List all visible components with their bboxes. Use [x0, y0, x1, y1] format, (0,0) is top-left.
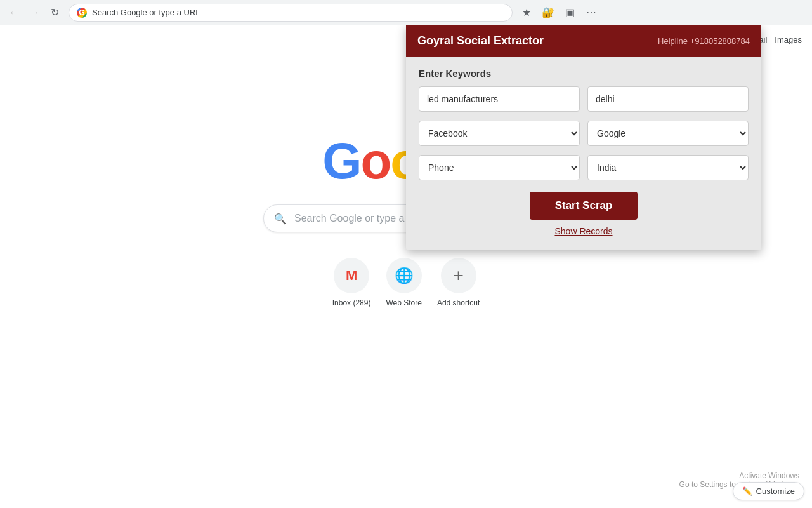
- toolbar-right: ★ 🔐 ▣ ⋯: [518, 4, 600, 22]
- button-row: Start Scrap Show Records: [419, 192, 749, 236]
- favicon-icon: G: [77, 8, 87, 18]
- keyword-input[interactable]: [419, 86, 580, 112]
- nav-buttons: ← → ↻: [5, 4, 63, 22]
- start-scrap-button[interactable]: Start Scrap: [530, 192, 638, 220]
- contact-country-row: Phone Email Both India USA UK Australia: [419, 155, 749, 180]
- browser-content: Gmail Images Google 🔍 Search Google or t…: [0, 25, 812, 508]
- platform-select[interactable]: Facebook Google Twitter Instagram Linked…: [419, 121, 580, 146]
- country-select[interactable]: India USA UK Australia: [587, 155, 749, 180]
- images-link[interactable]: Images: [775, 35, 802, 44]
- pencil-icon: ✏️: [742, 486, 752, 496]
- section-label: Enter Keywords: [419, 68, 749, 79]
- extension-icon[interactable]: 🔐: [539, 4, 557, 22]
- source-select[interactable]: Google Bing Yahoo: [587, 121, 749, 146]
- popup-title: Goyral Social Extractor: [417, 34, 544, 48]
- shortcut-gmail[interactable]: M Inbox (289): [332, 258, 371, 307]
- keyword-row: [419, 86, 749, 112]
- logo-o1: o: [360, 133, 390, 189]
- back-button[interactable]: ←: [5, 4, 23, 22]
- customize-label: Customize: [756, 486, 795, 496]
- address-bar[interactable]: G Search Google or type a URL: [69, 4, 513, 22]
- shortcut-gmail-label: Inbox (289): [332, 298, 371, 307]
- platform-source-row: Facebook Google Twitter Instagram Linked…: [419, 121, 749, 146]
- reload-button[interactable]: ↻: [46, 4, 63, 22]
- forward-button[interactable]: →: [25, 4, 43, 22]
- popup-helpline: Helpline +918052808784: [658, 36, 750, 46]
- extension-popup: Goyral Social Extractor Helpline +918052…: [406, 25, 761, 250]
- popup-header: Goyral Social Extractor Helpline +918052…: [406, 25, 761, 57]
- search-icon: 🔍: [274, 213, 287, 225]
- shortcuts-row: M Inbox (289) 🌐 Web Store + Add shortcut: [332, 258, 480, 307]
- browser-chrome: ← → ↻ G Search Google or type a URL ★ 🔐 …: [0, 0, 812, 25]
- add-icon: +: [441, 258, 476, 293]
- webstore-icon: 🌐: [386, 258, 422, 293]
- shortcut-webstore[interactable]: 🌐 Web Store: [386, 258, 421, 307]
- shortcut-add-label: Add shortcut: [437, 298, 480, 307]
- logo-g: G: [322, 133, 360, 189]
- popup-body: Enter Keywords Facebook Google Twitter I…: [406, 57, 761, 250]
- bookmark-icon[interactable]: ★: [518, 4, 535, 22]
- puzzle-icon[interactable]: ▣: [561, 4, 579, 22]
- shortcut-add[interactable]: + Add shortcut: [437, 258, 480, 307]
- shortcut-webstore-label: Web Store: [386, 298, 421, 307]
- customize-button[interactable]: ✏️ Customize: [733, 482, 804, 500]
- show-records-link[interactable]: Show Records: [554, 226, 612, 236]
- contact-select[interactable]: Phone Email Both: [419, 155, 580, 180]
- gmail-icon: M: [334, 258, 369, 293]
- address-text: Search Google or type a URL: [92, 8, 504, 17]
- location-input[interactable]: [587, 86, 749, 112]
- menu-icon[interactable]: ⋯: [582, 4, 600, 22]
